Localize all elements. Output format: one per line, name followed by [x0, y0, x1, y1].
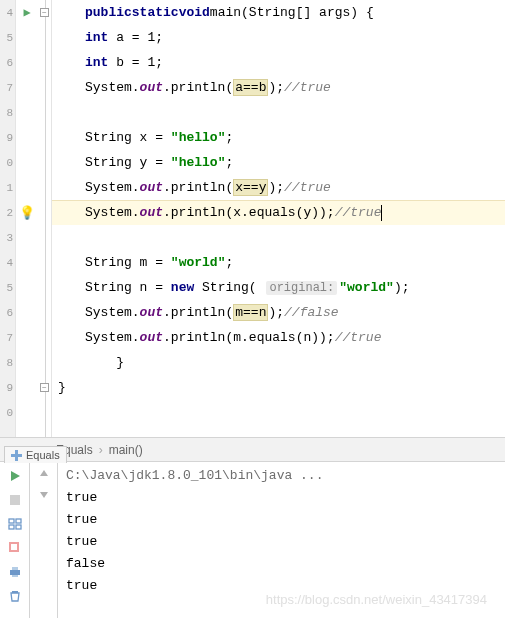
- svg-rect-5: [16, 519, 21, 523]
- fold-handle-icon[interactable]: −: [40, 383, 49, 392]
- line-number: 7: [0, 325, 15, 350]
- svg-marker-14: [40, 470, 48, 476]
- line-number: 2: [0, 200, 15, 225]
- code-editor: 4 5 6 7 8 9 0 1 2 3 4 5 6 7 8 9 0 ▶ 💡 − …: [0, 0, 505, 438]
- run-toolbar: [0, 462, 30, 618]
- run-config-icon: [11, 450, 22, 461]
- code-line: int b = 1;: [52, 50, 505, 75]
- line-number: 7: [0, 75, 15, 100]
- gutter-icons: ▶ 💡: [16, 0, 38, 437]
- parameter-hint: original:: [266, 281, 337, 295]
- code-line-active: System.out.println(x.equals(y));//true: [52, 200, 505, 225]
- layout-button[interactable]: [7, 516, 23, 532]
- run-tool-window: C:\Java\jdk1.8.0_101\bin\java ... true t…: [0, 462, 505, 618]
- code-line: String x = "hello";: [52, 125, 505, 150]
- chevron-right-icon: ›: [99, 443, 103, 457]
- line-number: 4: [0, 250, 15, 275]
- breadcrumb[interactable]: Equals›main(): [0, 438, 505, 462]
- code-line: [52, 100, 505, 125]
- fold-handle-icon[interactable]: −: [40, 8, 49, 17]
- console-line: true: [66, 534, 497, 556]
- rerun-button[interactable]: [7, 468, 23, 484]
- svg-rect-1: [15, 450, 18, 461]
- code-line: System.out.println(m.equals(n));//true: [52, 325, 505, 350]
- line-number: 0: [0, 400, 15, 425]
- svg-rect-4: [9, 519, 14, 523]
- trash-button[interactable]: [7, 588, 23, 604]
- run-tab[interactable]: Equals: [4, 446, 67, 463]
- code-line: System.out.println(x==y); //true: [52, 175, 505, 200]
- line-number: 6: [0, 50, 15, 75]
- svg-rect-11: [12, 567, 18, 570]
- intention-bulb-icon[interactable]: 💡: [19, 205, 35, 221]
- print-button[interactable]: [7, 564, 23, 580]
- line-number: 8: [0, 350, 15, 375]
- code-line: public static void main(String[] args) {: [52, 0, 505, 25]
- line-number: 8: [0, 100, 15, 125]
- svg-rect-13: [12, 591, 18, 593]
- line-number: 9: [0, 375, 15, 400]
- svg-rect-9: [11, 544, 17, 550]
- scroll-down-button[interactable]: [38, 488, 50, 500]
- console-command: C:\Java\jdk1.8.0_101\bin\java ...: [66, 468, 497, 490]
- line-number: 5: [0, 275, 15, 300]
- line-number: 6: [0, 300, 15, 325]
- svg-rect-10: [10, 570, 20, 575]
- line-number: 3: [0, 225, 15, 250]
- svg-rect-12: [12, 575, 18, 577]
- svg-marker-2: [11, 471, 20, 481]
- code-line: }: [52, 350, 505, 375]
- code-line: String m = "world";: [52, 250, 505, 275]
- code-line: System.out.println(a==b); //true: [52, 75, 505, 100]
- console-line: true: [66, 512, 497, 534]
- console-line: true: [66, 578, 497, 600]
- svg-rect-7: [16, 525, 21, 529]
- line-number: 0: [0, 150, 15, 175]
- console-side-toolbar: [30, 462, 58, 618]
- fold-gutter: − −: [38, 0, 52, 437]
- code-text-area[interactable]: public static void main(String[] args) {…: [52, 0, 505, 437]
- svg-marker-15: [40, 492, 48, 498]
- console-output[interactable]: C:\Java\jdk1.8.0_101\bin\java ... true t…: [58, 462, 505, 618]
- pin-button[interactable]: [7, 540, 23, 556]
- text-cursor: [381, 205, 382, 221]
- code-line: }: [52, 375, 505, 400]
- code-line: [52, 225, 505, 250]
- code-line: int a = 1;: [52, 25, 505, 50]
- line-number: 1: [0, 175, 15, 200]
- console-line: false: [66, 556, 497, 578]
- line-number: 5: [0, 25, 15, 50]
- code-line: String y = "hello";: [52, 150, 505, 175]
- breadcrumb-method: main(): [109, 443, 143, 457]
- code-line: System.out.println(m==n); //false: [52, 300, 505, 325]
- svg-rect-3: [10, 495, 20, 505]
- scroll-up-button[interactable]: [38, 468, 50, 480]
- line-number-gutter: 4 5 6 7 8 9 0 1 2 3 4 5 6 7 8 9 0: [0, 0, 16, 437]
- line-number: 4: [0, 0, 15, 25]
- run-gutter-icon[interactable]: ▶: [23, 5, 30, 20]
- svg-rect-6: [9, 525, 14, 529]
- line-number: 9: [0, 125, 15, 150]
- console-line: true: [66, 490, 497, 512]
- code-line: String n = new String( original: "world"…: [52, 275, 505, 300]
- stop-button[interactable]: [7, 492, 23, 508]
